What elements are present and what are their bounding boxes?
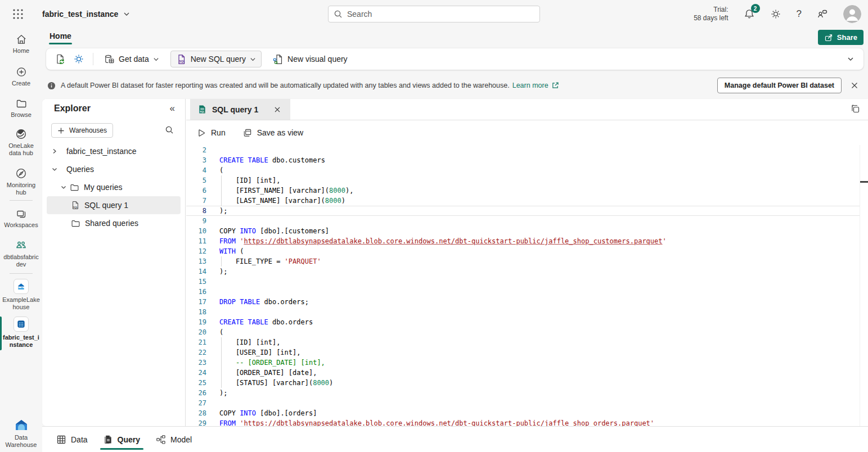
app-launcher-waffle-icon[interactable] [12, 8, 24, 20]
nav-item-examplelakehouse[interactable]: ExampleLakehouse [0, 279, 42, 310]
tree-item-my-queries[interactable]: My queries [42, 178, 185, 196]
workspace-panel: Explorer « Warehouses fabric_test_instan… [42, 99, 868, 426]
line-number: 16 [186, 287, 206, 297]
line-number: 18 [186, 307, 206, 317]
tree-item-shared-queries[interactable]: Shared queries [42, 214, 185, 232]
search-input[interactable] [347, 10, 534, 19]
code-editor[interactable]: 23CREATE TABLE dbo.customers4(5 [ID] [in… [186, 145, 868, 426]
feedback-button[interactable] [817, 8, 828, 20]
code-line[interactable]: 5 [ID] [int], [186, 175, 868, 186]
add-warehouses-button[interactable]: Warehouses [51, 123, 113, 138]
new-visual-query-button[interactable]: New visual query [268, 51, 353, 67]
nav-item-fabric-test-instance[interactable]: fabric_test_instance [0, 317, 42, 348]
code-line[interactable]: 9 [186, 216, 868, 226]
line-number: 4 [186, 165, 206, 175]
code-line[interactable]: 16 [186, 287, 868, 297]
tab-home[interactable]: Home [47, 30, 74, 42]
code-line[interactable]: 14); [186, 266, 868, 277]
nav-home[interactable]: Home [0, 34, 42, 55]
editor-toolbar: Run Save as view [186, 120, 868, 145]
code-line[interactable]: 13 FILE_TYPE = 'PARQUET' [186, 256, 868, 266]
nav-workspaces[interactable]: Workspaces [0, 208, 42, 229]
refresh-dataset-button[interactable] [52, 51, 69, 67]
code-line[interactable]: 11FROM 'https://dbtlabsynapsedatalake.bl… [186, 236, 868, 246]
code-line[interactable]: 6 [FIRST_NAME] [varchar](8000), [186, 186, 868, 196]
line-number: 2 [186, 145, 206, 155]
code-line[interactable]: 10COPY INTO [dbo].[customers] [186, 226, 868, 236]
ribbon-tab-row: Home Share [42, 28, 868, 47]
code-line[interactable]: 3CREATE TABLE dbo.customers [186, 155, 868, 165]
code-lines: 23CREATE TABLE dbo.customers4(5 [ID] [in… [186, 145, 868, 426]
nav-onelake-data-hub[interactable]: OneLake data hub [0, 128, 42, 156]
notification-count-badge: 2 [751, 4, 760, 13]
code-line[interactable]: 12WITH ( [186, 246, 868, 256]
share-button[interactable]: Share [818, 30, 863, 45]
collapse-ribbon-button[interactable] [847, 55, 854, 63]
close-tab-button[interactable] [271, 103, 284, 116]
help-button[interactable]: ? [797, 8, 802, 20]
save-as-view-button[interactable]: Save as view [242, 128, 303, 138]
settings-gear-button[interactable] [70, 51, 87, 67]
global-search[interactable] [328, 6, 540, 22]
code-line[interactable]: 27 [186, 398, 868, 408]
notifications-button[interactable]: 2 [744, 8, 755, 20]
learn-more-link[interactable]: Learn more [512, 82, 548, 89]
copy-query-button[interactable] [849, 103, 861, 115]
code-line[interactable]: 18 [186, 307, 868, 317]
code-line[interactable]: 8); [186, 206, 868, 216]
query-tab-title: SQL query 1 [212, 105, 258, 114]
code-line[interactable]: 22 [USER_ID] [int], [186, 347, 868, 358]
scrollbar-track[interactable] [860, 145, 860, 426]
external-link-icon[interactable] [551, 82, 559, 89]
workspace-name: fabric_test_instance [42, 10, 118, 19]
code-line[interactable]: 23 -- [ORDER_DATE] [int], [186, 358, 868, 368]
explorer-title: Explorer [54, 103, 91, 114]
code-line[interactable]: 7 [LAST_NAME] [varchar](8000) [186, 196, 868, 206]
nav-create[interactable]: Create [0, 66, 42, 87]
code-line[interactable]: 28COPY INTO [dbo].[orders] [186, 408, 868, 418]
nav-workspace-dbtlabsfabricdev[interactable]: dbtlabsfabricdev [0, 239, 42, 268]
run-button[interactable]: Run [196, 128, 226, 138]
code-line[interactable]: 20( [186, 327, 868, 337]
tab-data[interactable]: Data [50, 427, 94, 452]
collapse-explorer-icon[interactable]: « [170, 103, 175, 114]
settings-button[interactable] [770, 8, 781, 20]
code-line[interactable]: 26); [186, 388, 868, 398]
line-number: 6 [186, 186, 206, 196]
tab-query[interactable]: Query [97, 427, 146, 452]
code-line[interactable]: 4( [186, 165, 868, 175]
nav-monitoring-hub[interactable]: Monitoring hub [0, 168, 42, 196]
line-number: 14 [186, 266, 206, 277]
new-sql-query-button[interactable]: SQL New SQL query [170, 51, 262, 67]
code-line[interactable]: 17DROP TABLE dbo.orders; [186, 297, 868, 307]
user-avatar[interactable] [843, 5, 861, 23]
code-line[interactable]: 29FROM 'https://dbtlabsynapsedatalake.bl… [186, 418, 868, 426]
get-data-button[interactable]: Get data [99, 51, 164, 67]
tree-item-warehouse[interactable]: fabric_test_instance [42, 142, 185, 160]
manage-default-dataset-button[interactable]: Manage default Power BI dataset [717, 78, 842, 93]
nav-browse[interactable]: Browse [0, 98, 42, 119]
code-line[interactable]: 21 [ID] [int], [186, 337, 868, 347]
line-number: 23 [186, 358, 206, 368]
database-icon [104, 54, 115, 65]
code-line[interactable]: 15 [186, 277, 868, 287]
code-line[interactable]: 19CREATE TABLE dbo.orders [186, 317, 868, 327]
tree-item-queries[interactable]: Queries [42, 160, 185, 178]
toolbar-divider [93, 53, 93, 65]
nav-data-warehouse[interactable]: Data Warehouse [0, 418, 42, 448]
banner-close-button[interactable] [847, 78, 862, 93]
code-line[interactable]: 25 [STATUS] [varchar](8000) [186, 378, 868, 388]
code-line[interactable]: 2 [186, 145, 868, 155]
ribbon-toolbar: Get data SQL New SQL query New visual qu… [46, 48, 863, 70]
workspace-switcher[interactable]: fabric_test_instance [42, 0, 130, 28]
default-dataset-banner: A default Power BI dataset for faster re… [42, 74, 868, 97]
query-editor-area: SQL SQL query 1 Run [186, 99, 868, 426]
line-number: 29 [186, 418, 206, 426]
tree-item-sql-query-1[interactable]: SQL SQL query 1 [47, 196, 181, 214]
code-line[interactable]: 24 [ORDER_DATE] [date], [186, 368, 868, 378]
rail-divider [10, 273, 33, 274]
explorer-search-icon[interactable] [165, 125, 174, 134]
chevron-down-icon [250, 56, 256, 62]
query-tab-sql-query-1[interactable]: SQL SQL query 1 [190, 99, 290, 120]
tab-model[interactable]: Model [150, 427, 198, 452]
